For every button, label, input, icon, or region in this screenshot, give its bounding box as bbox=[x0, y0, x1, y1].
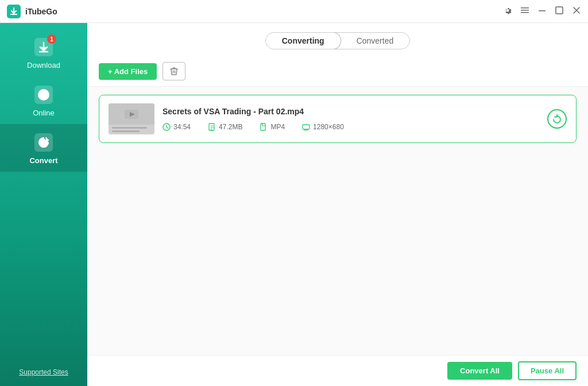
svg-rect-1 bbox=[556, 7, 563, 14]
refresh-button[interactable] bbox=[547, 109, 567, 129]
download-badge: 1 bbox=[47, 34, 56, 44]
file-action bbox=[547, 109, 567, 129]
bottom-bar: Convert All Pause All bbox=[87, 355, 588, 386]
window-controls bbox=[503, 6, 581, 17]
thumb-top bbox=[109, 103, 154, 125]
video-placeholder-icon bbox=[125, 110, 138, 119]
file-title: Secrets of VSA Trading - Part 02.mp4 bbox=[163, 107, 539, 116]
file-size: 47.2MB bbox=[208, 123, 242, 131]
add-files-button[interactable]: + Add Files bbox=[99, 63, 157, 80]
tab-bar: Converting Converted bbox=[87, 23, 588, 56]
tab-converting[interactable]: Converting bbox=[266, 33, 341, 49]
refresh-icon bbox=[552, 114, 562, 124]
delete-button[interactable] bbox=[163, 62, 185, 80]
table-row: Secrets of VSA Trading - Part 02.mp4 34:… bbox=[99, 95, 577, 143]
thumb-lines bbox=[109, 125, 154, 134]
settings-icon[interactable] bbox=[503, 6, 512, 17]
svg-rect-11 bbox=[261, 123, 265, 130]
file-resolution: 1280×680 bbox=[302, 123, 344, 131]
file-size-icon bbox=[208, 123, 216, 131]
tab-group: Converting Converted bbox=[265, 32, 410, 49]
tab-converted[interactable]: Converted bbox=[341, 33, 410, 49]
convert-all-button[interactable]: Convert All bbox=[447, 362, 512, 380]
resolution-icon bbox=[302, 123, 310, 131]
minimize-icon[interactable] bbox=[537, 6, 547, 17]
menu-icon[interactable] bbox=[520, 6, 529, 17]
app-logo-icon bbox=[7, 5, 21, 18]
main-layout: 1 Download Online bbox=[0, 23, 588, 386]
sidebar-bottom: Supported Sites bbox=[0, 366, 87, 386]
download-icon-container: 1 bbox=[33, 37, 54, 57]
trash-icon bbox=[169, 66, 179, 76]
online-icon bbox=[34, 86, 53, 104]
supported-sites-link[interactable]: Supported Sites bbox=[19, 368, 68, 376]
format-icon bbox=[260, 123, 268, 131]
file-list: Secrets of VSA Trading - Part 02.mp4 34:… bbox=[87, 87, 588, 355]
convert-icon-container bbox=[33, 132, 54, 153]
online-icon-container bbox=[33, 84, 54, 105]
thumb-line-2 bbox=[112, 130, 140, 132]
file-duration: 34:54 bbox=[163, 123, 191, 131]
content-area: Converting Converted + Add Files bbox=[87, 23, 588, 386]
file-thumbnail bbox=[109, 103, 154, 134]
svg-rect-12 bbox=[303, 125, 310, 129]
app-name: iTubeGo bbox=[25, 7, 57, 16]
close-icon[interactable] bbox=[572, 6, 581, 17]
sidebar-online-label: Online bbox=[33, 109, 55, 117]
file-meta: 34:54 47.2MB bbox=[163, 123, 539, 131]
convert-icon bbox=[34, 133, 53, 152]
sidebar: 1 Download Online bbox=[0, 23, 87, 386]
maximize-icon[interactable] bbox=[555, 6, 564, 17]
title-bar: iTubeGo bbox=[0, 0, 588, 23]
toolbar: + Add Files bbox=[87, 56, 588, 87]
file-format: MP4 bbox=[260, 123, 285, 131]
file-info: Secrets of VSA Trading - Part 02.mp4 34:… bbox=[163, 107, 539, 131]
sidebar-item-online[interactable]: Online bbox=[0, 76, 87, 124]
thumb-line-1 bbox=[112, 127, 147, 129]
sidebar-item-convert[interactable]: Convert bbox=[0, 124, 87, 172]
sidebar-download-label: Download bbox=[27, 61, 60, 70]
sidebar-convert-label: Convert bbox=[29, 156, 57, 165]
clock-icon bbox=[163, 123, 171, 131]
pause-all-button[interactable]: Pause All bbox=[518, 361, 577, 380]
app-logo: iTubeGo bbox=[7, 5, 57, 18]
sidebar-item-download[interactable]: 1 Download bbox=[0, 29, 87, 76]
